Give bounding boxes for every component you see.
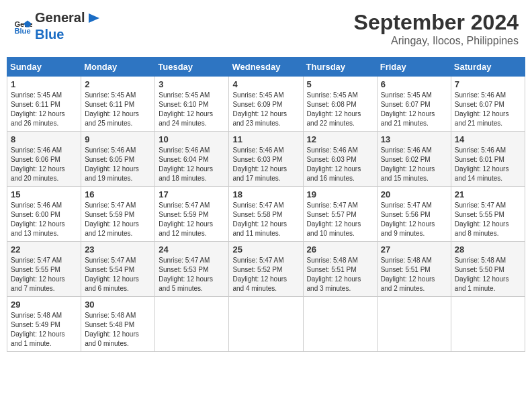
calendar-cell: 14 Sunrise: 5:46 AM Sunset: 6:01 PM Dayl… (451, 132, 525, 187)
day-number: 5 (307, 79, 373, 89)
logo-general-text: General (35, 10, 85, 25)
calendar-cell: 8 Sunrise: 5:46 AM Sunset: 6:06 PM Dayli… (7, 132, 81, 187)
calendar-cell: 28 Sunrise: 5:48 AM Sunset: 5:50 PM Dayl… (451, 242, 525, 297)
day-info: Sunrise: 5:46 AM Sunset: 6:07 PM Dayligh… (455, 91, 521, 128)
day-number: 10 (159, 134, 225, 144)
day-number: 19 (307, 189, 373, 199)
calendar-cell: 22 Sunrise: 5:47 AM Sunset: 5:55 PM Dayl… (7, 242, 81, 297)
day-info: Sunrise: 5:47 AM Sunset: 5:56 PM Dayligh… (381, 201, 447, 238)
day-info: Sunrise: 5:47 AM Sunset: 5:55 PM Dayligh… (11, 256, 77, 293)
calendar-cell: 18 Sunrise: 5:47 AM Sunset: 5:58 PM Dayl… (229, 187, 303, 242)
calendar-cell: 10 Sunrise: 5:46 AM Sunset: 6:04 PM Dayl… (155, 132, 229, 187)
calendar-cell: 23 Sunrise: 5:47 AM Sunset: 5:54 PM Dayl… (81, 242, 155, 297)
location-subtitle: Aringay, Ilocos, Philippines (354, 35, 519, 47)
day-info: Sunrise: 5:47 AM Sunset: 5:58 PM Dayligh… (232, 201, 299, 238)
calendar-week-row: 22 Sunrise: 5:47 AM Sunset: 5:55 PM Dayl… (7, 242, 525, 297)
calendar-cell: 20 Sunrise: 5:47 AM Sunset: 5:56 PM Dayl… (377, 187, 451, 242)
weekday-header-tuesday: Tuesday (155, 58, 229, 77)
weekday-header-saturday: Saturday (451, 58, 525, 77)
calendar-cell (377, 297, 451, 352)
calendar-cell (155, 297, 229, 352)
day-number: 23 (85, 244, 151, 255)
day-number: 20 (381, 189, 447, 199)
calendar-cell: 3 Sunrise: 5:45 AM Sunset: 6:10 PM Dayli… (155, 77, 229, 132)
calendar-cell: 24 Sunrise: 5:47 AM Sunset: 5:53 PM Dayl… (155, 242, 229, 297)
day-number: 1 (11, 79, 77, 89)
calendar-cell: 19 Sunrise: 5:47 AM Sunset: 5:57 PM Dayl… (303, 187, 377, 242)
day-info: Sunrise: 5:46 AM Sunset: 6:03 PM Dayligh… (307, 146, 373, 183)
day-info: Sunrise: 5:48 AM Sunset: 5:50 PM Dayligh… (455, 256, 521, 293)
day-info: Sunrise: 5:47 AM Sunset: 5:55 PM Dayligh… (455, 201, 521, 238)
calendar-cell: 7 Sunrise: 5:46 AM Sunset: 6:07 PM Dayli… (451, 77, 525, 132)
calendar-cell: 29 Sunrise: 5:48 AM Sunset: 5:49 PM Dayl… (7, 297, 81, 352)
day-number: 29 (11, 300, 77, 310)
weekday-header-sunday: Sunday (7, 58, 81, 77)
calendar-cell: 1 Sunrise: 5:45 AM Sunset: 6:11 PM Dayli… (7, 77, 81, 132)
day-number: 14 (455, 134, 521, 144)
calendar-cell: 13 Sunrise: 5:46 AM Sunset: 6:02 PM Dayl… (377, 132, 451, 187)
calendar-week-row: 15 Sunrise: 5:46 AM Sunset: 6:00 PM Dayl… (7, 187, 525, 242)
day-info: Sunrise: 5:47 AM Sunset: 5:52 PM Dayligh… (232, 256, 299, 293)
day-info: Sunrise: 5:46 AM Sunset: 6:02 PM Dayligh… (381, 146, 447, 183)
day-info: Sunrise: 5:46 AM Sunset: 6:06 PM Dayligh… (11, 146, 77, 183)
day-number: 21 (455, 189, 521, 199)
weekday-header-row: SundayMondayTuesdayWednesdayThursdayFrid… (7, 58, 525, 77)
calendar-cell: 17 Sunrise: 5:47 AM Sunset: 5:59 PM Dayl… (155, 187, 229, 242)
day-number: 6 (381, 79, 447, 89)
day-info: Sunrise: 5:46 AM Sunset: 6:05 PM Dayligh… (85, 146, 151, 183)
calendar-week-row: 1 Sunrise: 5:45 AM Sunset: 6:11 PM Dayli… (7, 77, 525, 132)
day-info: Sunrise: 5:47 AM Sunset: 5:59 PM Dayligh… (159, 201, 225, 238)
weekday-header-friday: Friday (377, 58, 451, 77)
day-number: 24 (159, 244, 225, 255)
day-info: Sunrise: 5:45 AM Sunset: 6:08 PM Dayligh… (307, 91, 373, 128)
day-info: Sunrise: 5:47 AM Sunset: 5:54 PM Dayligh… (85, 256, 151, 293)
day-number: 2 (85, 79, 151, 89)
day-number: 28 (455, 244, 521, 255)
weekday-header-wednesday: Wednesday (229, 58, 303, 77)
calendar-cell: 16 Sunrise: 5:47 AM Sunset: 5:59 PM Dayl… (81, 187, 155, 242)
calendar-cell (451, 297, 525, 352)
svg-text:Blue: Blue (14, 26, 30, 34)
day-info: Sunrise: 5:48 AM Sunset: 5:49 PM Dayligh… (11, 311, 77, 349)
calendar-cell: 27 Sunrise: 5:48 AM Sunset: 5:51 PM Dayl… (377, 242, 451, 297)
day-info: Sunrise: 5:48 AM Sunset: 5:51 PM Dayligh… (307, 256, 373, 293)
calendar-cell: 12 Sunrise: 5:46 AM Sunset: 6:03 PM Dayl… (303, 132, 377, 187)
calendar-cell: 21 Sunrise: 5:47 AM Sunset: 5:55 PM Dayl… (451, 187, 525, 242)
day-info: Sunrise: 5:48 AM Sunset: 5:51 PM Dayligh… (381, 256, 447, 293)
day-number: 4 (232, 79, 299, 89)
day-number: 18 (232, 189, 299, 199)
day-info: Sunrise: 5:45 AM Sunset: 6:09 PM Dayligh… (232, 91, 299, 128)
weekday-header-monday: Monday (81, 58, 155, 77)
logo-flag-icon (86, 12, 101, 27)
calendar-cell (229, 297, 303, 352)
day-number: 16 (85, 189, 151, 199)
day-number: 12 (307, 134, 373, 144)
day-info: Sunrise: 5:47 AM Sunset: 5:57 PM Dayligh… (307, 201, 373, 238)
day-number: 7 (455, 79, 521, 89)
calendar-cell (303, 297, 377, 352)
day-number: 9 (85, 134, 151, 144)
day-info: Sunrise: 5:45 AM Sunset: 6:11 PM Dayligh… (11, 91, 77, 128)
calendar-cell: 6 Sunrise: 5:45 AM Sunset: 6:07 PM Dayli… (377, 77, 451, 132)
calendar-cell: 4 Sunrise: 5:45 AM Sunset: 6:09 PM Dayli… (229, 77, 303, 132)
logo: General Blue General Blue (13, 10, 102, 42)
day-number: 27 (381, 244, 447, 255)
day-info: Sunrise: 5:45 AM Sunset: 6:07 PM Dayligh… (381, 91, 447, 128)
day-number: 30 (85, 300, 151, 310)
calendar-week-row: 29 Sunrise: 5:48 AM Sunset: 5:49 PM Dayl… (7, 297, 525, 352)
day-number: 25 (232, 244, 299, 255)
day-info: Sunrise: 5:46 AM Sunset: 6:01 PM Dayligh… (455, 146, 521, 183)
day-number: 17 (159, 189, 225, 199)
calendar-cell: 26 Sunrise: 5:48 AM Sunset: 5:51 PM Dayl… (303, 242, 377, 297)
day-info: Sunrise: 5:47 AM Sunset: 5:59 PM Dayligh… (85, 201, 151, 238)
logo-icon: General Blue (13, 17, 32, 36)
title-area: September 2024 Aringay, Ilocos, Philippi… (354, 10, 519, 47)
calendar-cell: 30 Sunrise: 5:48 AM Sunset: 5:48 PM Dayl… (81, 297, 155, 352)
calendar-cell: 25 Sunrise: 5:47 AM Sunset: 5:52 PM Dayl… (229, 242, 303, 297)
logo-blue-text: Blue (35, 27, 64, 42)
day-number: 11 (232, 134, 299, 144)
calendar-cell: 5 Sunrise: 5:45 AM Sunset: 6:08 PM Dayli… (303, 77, 377, 132)
day-info: Sunrise: 5:46 AM Sunset: 6:04 PM Dayligh… (159, 146, 225, 183)
calendar-cell: 11 Sunrise: 5:46 AM Sunset: 6:03 PM Dayl… (229, 132, 303, 187)
day-info: Sunrise: 5:46 AM Sunset: 6:00 PM Dayligh… (11, 201, 77, 238)
